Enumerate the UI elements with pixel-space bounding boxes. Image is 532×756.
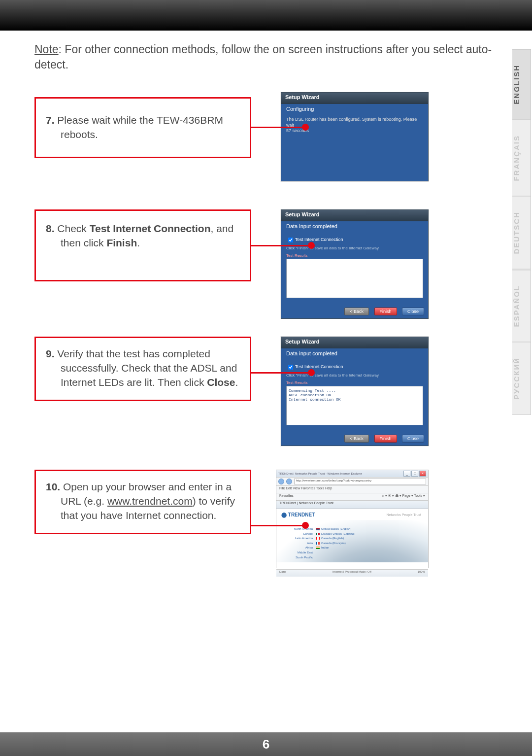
connector-7 bbox=[251, 127, 305, 128]
wizard-9-finish-btn[interactable]: Finish bbox=[374, 435, 397, 443]
step-8-post: . bbox=[137, 237, 140, 248]
note-paragraph: Note: For other connection methods, foll… bbox=[34, 42, 493, 72]
status-mid: Internet | Protected Mode: Off bbox=[332, 570, 371, 576]
wizard-8-finish-btn[interactable]: Finish bbox=[374, 308, 397, 315]
wizard-8-close-btn[interactable]: Close bbox=[402, 308, 424, 315]
wizard-8-check[interactable]: Test Internet Connection bbox=[286, 236, 423, 244]
region-me: Middle East bbox=[283, 550, 313, 555]
lang-espanol[interactable]: ESPAÑOL bbox=[512, 270, 531, 342]
trendnet-slogan: Networks People Trust bbox=[387, 513, 421, 516]
connector-10 bbox=[251, 525, 305, 526]
wizard-8-back-btn[interactable]: < Back bbox=[344, 308, 369, 315]
region-as: Asia bbox=[283, 541, 313, 546]
opt-es[interactable]: Estados Unidos (Español) bbox=[316, 532, 375, 537]
opt-in[interactable]: Indian bbox=[316, 546, 375, 550]
browser-titlebar: TRENDnet | Networks People Trust - Windo… bbox=[276, 470, 428, 478]
step-7-row: 7. Please wait while the TEW-436BRM rebo… bbox=[34, 97, 493, 186]
step-7-text: Please wait while the TEW-436BRM reboots… bbox=[55, 114, 223, 140]
lang-english[interactable]: ENGLISH bbox=[512, 49, 531, 120]
wizard-8-body: Test Internet Connection Click "Finish" … bbox=[281, 231, 428, 303]
wizard-9-check-label: Test Internet Connection bbox=[295, 364, 343, 369]
region-list: North AmericaUnited States (English) Eur… bbox=[283, 527, 375, 560]
opt-ca-fr[interactable]: Canada (Français) bbox=[316, 541, 375, 546]
browser-favorites[interactable]: Favorites bbox=[279, 494, 294, 500]
browser-back-icon[interactable] bbox=[278, 479, 284, 484]
wizard-7-sub: Configuring bbox=[281, 104, 428, 114]
wizard-9: Setup Wizard Data input completed Test I… bbox=[281, 337, 429, 446]
step-8-b1: Test Internet Connection bbox=[90, 223, 211, 234]
step-8-row: 8. Check Test Internet Connection, and t… bbox=[34, 209, 493, 313]
status-left: Done bbox=[279, 570, 286, 576]
browser-url[interactable]: http://www.trendnet.com/default.asp?todo… bbox=[294, 479, 426, 484]
note-text: : For other connection methods, follow t… bbox=[34, 43, 492, 71]
browser-close-btn[interactable]: × bbox=[419, 471, 426, 477]
top-bar bbox=[0, 0, 532, 31]
browser-title: TRENDnet | Networks People Trust - Windo… bbox=[278, 472, 402, 475]
wizard-9-buttons: < Back Finish Close bbox=[281, 430, 428, 446]
browser-thumb: TRENDnet | Networks People Trust - Windo… bbox=[276, 470, 429, 568]
lang-francais[interactable]: FRANÇAIS bbox=[512, 120, 531, 197]
opt-ca-en[interactable]: Canada (English) bbox=[316, 536, 375, 541]
wizard-8-buttons: < Back Finish Close bbox=[281, 303, 428, 318]
browser-status: Done Internet | Protected Mode: Off 100% bbox=[276, 569, 428, 577]
step-9-post: . bbox=[235, 377, 238, 388]
wizard-8-results bbox=[286, 259, 423, 298]
wizard-7: Setup Wizard Configuring The DSL Router … bbox=[281, 92, 429, 181]
opt-us[interactable]: United States (English) bbox=[316, 527, 375, 532]
status-right: 100% bbox=[418, 570, 425, 576]
region-na: North America bbox=[283, 527, 313, 532]
lang-russian[interactable]: РУССКИЙ bbox=[512, 342, 531, 415]
step-9-row: 9. Verify that the test has completed su… bbox=[34, 337, 493, 440]
browser-toolbar: Favorites ⌂ ▾ ✉ ▾ 🖶 ▾ Page ▾ Tools ▾ bbox=[276, 493, 428, 501]
browser-tab[interactable]: TRENDnet | Networks People Trust bbox=[276, 501, 428, 509]
browser-fwd-icon[interactable] bbox=[286, 479, 292, 484]
browser-tools-icons[interactable]: ⌂ ▾ ✉ ▾ 🖶 ▾ Page ▾ Tools ▾ bbox=[382, 494, 425, 500]
step-8-b2: Finish bbox=[106, 237, 137, 248]
region-la: Latin America bbox=[283, 536, 313, 541]
step-8-num: 8. bbox=[46, 223, 55, 234]
lang-deutsch[interactable]: DEUTSCH bbox=[512, 196, 531, 270]
wizard-7-title: Setup Wizard bbox=[281, 93, 428, 104]
step-9-num: 9. bbox=[46, 348, 55, 359]
wizard-8-hint: Click "Finish" to save all data to the I… bbox=[286, 246, 423, 250]
connector-9 bbox=[251, 372, 311, 374]
wizard-9-results-label: Test Results bbox=[286, 380, 423, 385]
step-10-row: 10. Open up your browser and enter in a … bbox=[34, 470, 493, 578]
page-number: 6 bbox=[263, 737, 269, 752]
region-sp: South Pacific bbox=[283, 555, 313, 560]
wizard-8-check-label: Test Internet Connection bbox=[295, 237, 343, 242]
wizard-8-results-label: Test Results bbox=[286, 253, 423, 258]
browser-page: ⬤ TRENDNET Networks People Trust North A… bbox=[276, 509, 428, 569]
step-7-box: 7. Please wait while the TEW-436BRM rebo… bbox=[34, 97, 251, 158]
wizard-8-title: Setup Wizard bbox=[281, 210, 428, 221]
note-prefix: Note bbox=[34, 43, 59, 56]
wizard-8-checkbox[interactable] bbox=[288, 238, 293, 242]
wizard-9-results: Commencing Test .... ADSL connection OK … bbox=[286, 386, 423, 425]
region-af: Africa bbox=[283, 546, 313, 550]
trendnet-logo: ⬤ TRENDNET bbox=[281, 512, 315, 517]
wizard-9-check[interactable]: Test Internet Connection bbox=[286, 363, 423, 371]
browser-menu[interactable]: File Edit View Favorites Tools Help bbox=[276, 486, 428, 493]
browser-max-btn[interactable]: □ bbox=[411, 471, 418, 477]
language-tabs: ENGLISH FRANÇAIS DEUTSCH ESPAÑOL РУССКИЙ bbox=[512, 49, 532, 415]
browser-addr: http://www.trendnet.com/default.asp?todo… bbox=[276, 478, 428, 486]
connector-8 bbox=[251, 245, 311, 246]
wizard-8-sub: Data input completed bbox=[281, 221, 428, 231]
region-eu: Europe bbox=[283, 532, 313, 537]
wizard-9-checkbox[interactable] bbox=[288, 365, 293, 370]
step-10-box: 10. Open up your browser and enter in a … bbox=[34, 470, 251, 534]
step-7-num: 7. bbox=[46, 114, 55, 126]
step-9-box: 9. Verify that the test has completed su… bbox=[34, 337, 251, 401]
main-content: Note: For other connection methods, foll… bbox=[34, 42, 493, 602]
wizard-8: Setup Wizard Data input completed Test I… bbox=[281, 209, 429, 319]
step-8-pre: Check bbox=[55, 223, 90, 234]
step-10-num: 10. bbox=[46, 481, 60, 492]
step-9-b1: Close bbox=[207, 377, 235, 388]
wizard-9-close-btn[interactable]: Close bbox=[402, 435, 424, 443]
wizard-9-title: Setup Wizard bbox=[281, 337, 428, 348]
wizard-9-back-btn[interactable]: < Back bbox=[344, 435, 369, 443]
browser-min-btn[interactable]: _ bbox=[403, 471, 410, 477]
wizard-9-hint: Click "Finish" to save all data to the I… bbox=[286, 373, 423, 378]
step-8-box: 8. Check Test Internet Connection, and t… bbox=[34, 209, 251, 281]
step-10-link: www.trendnet.com bbox=[107, 495, 193, 507]
